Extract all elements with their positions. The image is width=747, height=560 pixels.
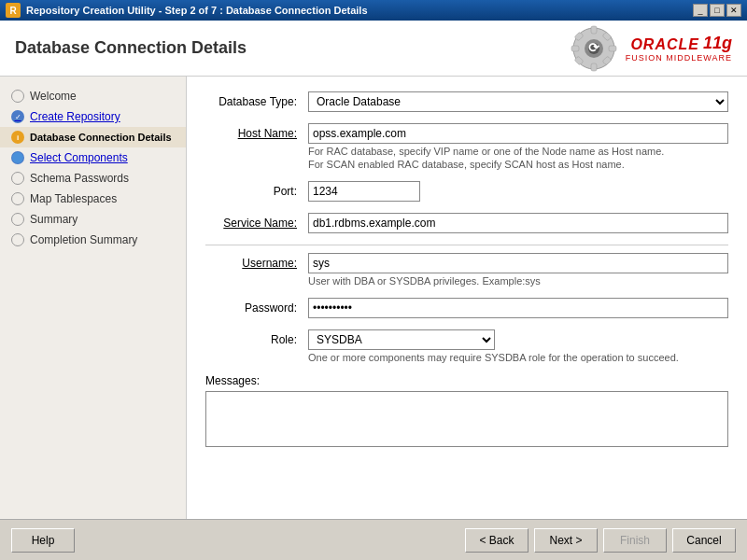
title-bar: R Repository Creation Utility - Step 2 o… <box>0 0 747 21</box>
oracle-text: ORACLE <box>630 36 699 53</box>
svg-rect-3 <box>591 26 597 34</box>
service-name-input-area <box>308 213 728 233</box>
footer: Help < Back Next > Finish Cancel <box>0 519 747 560</box>
main-header: Database Connection Details ⟳ ORACLE 11g… <box>0 21 747 77</box>
help-button[interactable]: Help <box>11 528 75 553</box>
sidebar-label-welcome: Welcome <box>30 90 77 103</box>
username-row: Username: User with DBA or SYSDBA privil… <box>205 253 728 287</box>
role-label: Role: <box>205 329 308 346</box>
sidebar-label-completion: Completion Summary <box>30 233 137 246</box>
role-select[interactable]: SYSDBA Normal <box>308 329 495 350</box>
oracle-logo: ORACLE 11g FUSION MIDDLEWARE <box>626 34 732 63</box>
footer-right: < Back Next > Finish Cancel <box>465 528 736 553</box>
step-indicator-select <box>11 151 24 164</box>
host-name-input[interactable] <box>308 123 728 144</box>
close-button[interactable]: ✕ <box>726 4 741 17</box>
divider <box>205 245 728 245</box>
version-badge: 11g <box>703 34 732 53</box>
messages-area: Messages: <box>205 374 728 450</box>
step-indicator-create: ✓ <box>11 110 24 123</box>
sidebar-label-schema: Schema Passwords <box>30 172 129 185</box>
role-row: Role: SYSDBA Normal One or more componen… <box>205 329 728 363</box>
host-name-row: Host Name: For RAC database, specify VIP… <box>205 123 728 170</box>
title-bar-text: Repository Creation Utility - Step 2 of … <box>26 5 687 16</box>
back-button[interactable]: < Back <box>465 528 529 553</box>
host-name-hint2: For SCAN enabled RAC database, specify S… <box>308 159 728 170</box>
fusion-text: FUSION MIDDLEWARE <box>626 53 732 63</box>
sidebar-item-schema-passwords[interactable]: Schema Passwords <box>0 168 186 189</box>
sidebar-item-summary[interactable]: Summary <box>0 209 186 230</box>
database-type-label: Database Type: <box>205 91 308 108</box>
svg-text:i: i <box>17 133 19 142</box>
gear-icon: ⟳ <box>570 24 618 73</box>
minimize-button[interactable]: _ <box>693 4 708 17</box>
step-indicator-completion <box>11 233 24 246</box>
sidebar-item-database-connection[interactable]: i Database Connection Details <box>0 127 186 147</box>
sidebar-label-map: Map Tablespaces <box>30 192 117 205</box>
finish-button[interactable]: Finish <box>603 528 667 553</box>
sidebar-label-select: Select Components <box>30 151 128 164</box>
title-bar-buttons: _ □ ✕ <box>693 4 741 17</box>
step-indicator-welcome <box>11 90 24 103</box>
messages-label: Messages: <box>205 374 728 387</box>
service-name-label: Service Name: <box>205 213 308 230</box>
service-name-row: Service Name: <box>205 213 728 233</box>
database-type-row: Database Type: Oracle Database Microsoft… <box>205 91 728 112</box>
username-hint: User with DBA or SYSDBA privileges. Exam… <box>308 275 728 287</box>
step-indicator-map <box>11 192 24 205</box>
app-icon: R <box>6 3 21 18</box>
password-label: Password: <box>205 298 308 315</box>
sidebar-item-welcome[interactable]: Welcome <box>0 86 186 106</box>
service-name-input[interactable] <box>308 213 728 233</box>
cancel-button[interactable]: Cancel <box>672 528 736 553</box>
next-button[interactable]: Next > <box>534 528 598 553</box>
messages-box[interactable] <box>205 391 728 447</box>
password-input-area <box>308 298 728 318</box>
sidebar-label-summary: Summary <box>30 213 78 226</box>
svg-text:⟳: ⟳ <box>588 40 600 55</box>
maximize-button[interactable]: □ <box>710 4 725 17</box>
sidebar-label-db: Database Connection Details <box>30 132 172 143</box>
password-row: Password: <box>205 298 728 318</box>
password-input[interactable] <box>308 298 728 318</box>
sidebar: Welcome ✓ Create Repository i Database C… <box>0 77 187 519</box>
database-type-select[interactable]: Oracle Database Microsoft SQL Server IBM… <box>308 91 728 112</box>
page-title: Database Connection Details <box>15 38 247 58</box>
svg-rect-4 <box>591 63 597 71</box>
step-indicator-summary <box>11 213 24 226</box>
port-input-area <box>308 181 728 202</box>
svg-point-14 <box>12 152 23 163</box>
svg-rect-6 <box>609 46 616 51</box>
content-area: Welcome ✓ Create Repository i Database C… <box>0 77 747 519</box>
sidebar-item-select-components[interactable]: Select Components <box>0 147 186 168</box>
database-type-input-area: Oracle Database Microsoft SQL Server IBM… <box>308 91 728 112</box>
port-row: Port: <box>205 181 728 202</box>
role-hint: One or more components may require SYSDB… <box>308 352 728 363</box>
role-input-area: SYSDBA Normal One or more components may… <box>308 329 728 363</box>
host-name-hint1: For RAC database, specify VIP name or on… <box>308 146 728 157</box>
sidebar-label-create: Create Repository <box>30 110 120 123</box>
username-input-area: User with DBA or SYSDBA privileges. Exam… <box>308 253 728 287</box>
step-indicator-db: i <box>11 131 24 144</box>
port-label: Port: <box>205 181 308 198</box>
username-label: Username: <box>205 253 308 270</box>
username-input[interactable] <box>308 253 728 273</box>
sidebar-item-completion-summary[interactable]: Completion Summary <box>0 230 186 250</box>
svg-rect-5 <box>571 46 579 51</box>
step-indicator-schema <box>11 172 24 185</box>
port-input[interactable] <box>308 181 420 202</box>
sidebar-item-create-repository[interactable]: ✓ Create Repository <box>0 106 186 127</box>
main-form: Database Type: Oracle Database Microsoft… <box>187 77 747 519</box>
sidebar-item-map-tablespaces[interactable]: Map Tablespaces <box>0 189 186 209</box>
host-name-input-area: For RAC database, specify VIP name or on… <box>308 123 728 170</box>
host-name-label: Host Name: <box>205 123 308 140</box>
